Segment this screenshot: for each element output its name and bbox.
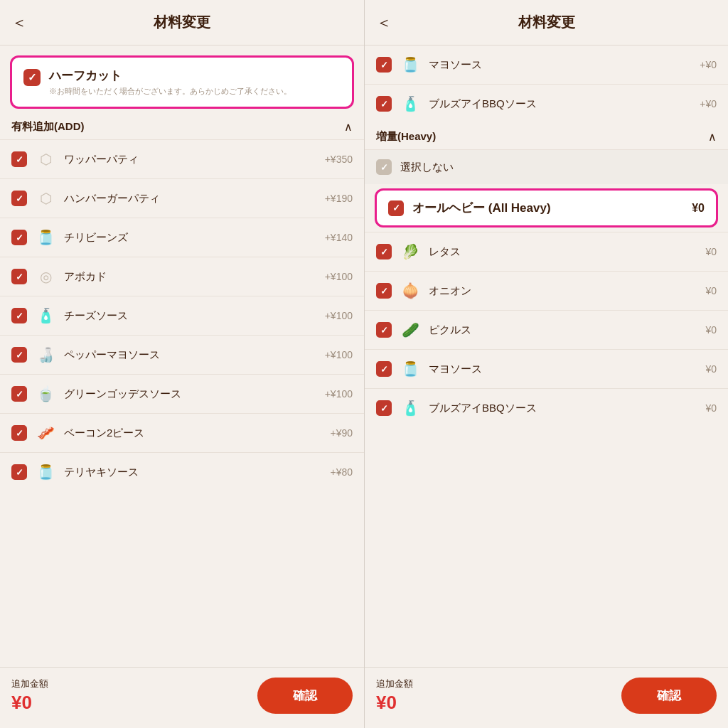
item-checkbox[interactable] [11, 347, 27, 363]
all-heavy-checkbox[interactable] [388, 200, 404, 216]
item-checkbox[interactable] [376, 96, 392, 112]
item-price: ¥0 [705, 324, 717, 336]
item-checkbox[interactable] [376, 57, 392, 73]
all-heavy-item[interactable]: オールヘビー (All Heavy) ¥0 [375, 188, 718, 228]
all-heavy-price: ¥0 [692, 202, 705, 215]
item-icon: 🍵 [36, 384, 55, 404]
list-item[interactable]: 🥬 レタス ¥0 [365, 232, 728, 271]
all-heavy-label: オールヘビー (All Heavy) [412, 200, 683, 216]
list-item[interactable]: 🧴 ブルズアイBBQソース ¥0 [365, 388, 728, 427]
right-panel: ＜ 材料変更 🫙 マヨソース +¥0 🧴 ブルズアイBBQソース +¥0 増量(… [364, 0, 728, 728]
item-label: ペッパーマヨソース [64, 348, 316, 362]
item-price: +¥80 [330, 466, 353, 478]
left-header: ＜ 材料変更 [0, 0, 364, 46]
right-back-button[interactable]: ＜ [376, 12, 392, 33]
item-checkbox[interactable] [11, 464, 27, 480]
item-checkbox[interactable] [376, 283, 392, 299]
item-checkbox[interactable] [11, 151, 27, 167]
item-price: +¥100 [325, 271, 353, 282]
left-menu-list: ⬡ ワッパーパティ +¥350 ⬡ ハンバーガーパティ +¥190 🫙 チリビー… [0, 139, 364, 491]
item-label: チーズソース [64, 309, 316, 323]
list-item[interactable]: 🥒 ピクルス ¥0 [365, 310, 728, 349]
heavy-items-list: 🥬 レタス ¥0 🧅 オニオン ¥0 🥒 ピクルス ¥0 🫙 マヨソース ¥0 [365, 232, 728, 427]
list-item[interactable]: ⬡ ハンバーガーパティ +¥190 [0, 178, 364, 218]
list-item[interactable]: 🧅 オニオン ¥0 [365, 271, 728, 310]
item-checkbox[interactable] [11, 308, 27, 323]
list-item[interactable]: 🫙 チリビーンズ +¥140 [0, 218, 364, 257]
paid-section-chevron: ∧ [344, 120, 353, 134]
item-price: +¥0 [700, 98, 717, 109]
item-price: +¥350 [325, 154, 353, 165]
list-item[interactable]: ⬡ ワッパーパティ +¥350 [0, 139, 364, 178]
item-label: レタス [429, 245, 697, 259]
item-icon: 🧴 [400, 94, 420, 114]
right-confirm-button[interactable]: 確認 [621, 678, 717, 714]
heavy-section-header[interactable]: 増量(Heavy) ∧ [365, 123, 728, 149]
half-cut-item[interactable]: ハーフカット ※お時間をいただく場合がございます。あらかじめご了承ください。 [10, 55, 354, 109]
item-label: アボカド [64, 270, 316, 284]
list-item[interactable]: 🧴 チーズソース +¥100 [0, 296, 364, 335]
item-price: +¥190 [325, 193, 353, 204]
item-label: マヨソース [429, 58, 691, 72]
item-checkbox[interactable] [11, 386, 27, 402]
item-checkbox[interactable] [376, 400, 392, 416]
item-price: ¥0 [705, 363, 717, 375]
right-amount-label: 追加金額 [376, 678, 413, 690]
list-item[interactable]: 🧴 ブルズアイBBQソース +¥0 [365, 84, 728, 123]
left-confirm-button[interactable]: 確認 [257, 678, 353, 714]
item-icon: 🫙 [400, 55, 420, 75]
list-item[interactable]: 🫙 テリヤキソース +¥80 [0, 452, 364, 491]
left-panel: ＜ 材料変更 ハーフカット ※お時間をいただく場合がございます。あらかじめご了承… [0, 0, 364, 728]
item-icon: ⬡ [36, 149, 55, 169]
item-checkbox[interactable] [376, 322, 392, 338]
item-icon: 🧅 [400, 281, 420, 301]
list-item[interactable]: ◎ アボカド +¥100 [0, 257, 364, 296]
item-label: ブルズアイBBQソース [429, 97, 691, 111]
item-label: オニオン [429, 284, 697, 298]
list-item[interactable]: 🫙 マヨソース ¥0 [365, 349, 728, 388]
item-price: +¥100 [325, 388, 353, 400]
item-price: +¥100 [325, 310, 353, 321]
paid-section-title: 有料追加(ADD) [11, 120, 85, 134]
left-back-button[interactable]: ＜ [11, 12, 27, 33]
item-label: ピクルス [429, 323, 697, 337]
list-item[interactable]: 🍶 ペッパーマヨソース +¥100 [0, 335, 364, 374]
half-cut-title: ハーフカット [49, 68, 291, 84]
item-label: テリヤキソース [64, 466, 321, 479]
item-icon: 🧴 [400, 398, 420, 418]
left-amount-label: 追加金額 [11, 678, 48, 690]
select-none-item[interactable]: 選択しない [365, 149, 728, 184]
right-amount: ¥0 [376, 692, 413, 714]
item-icon: 🫙 [36, 228, 55, 247]
select-none-label: 選択しない [400, 161, 717, 174]
item-icon: 🥒 [400, 320, 420, 340]
item-label: マヨソース [429, 363, 697, 376]
paid-section-header[interactable]: 有料追加(ADD) ∧ [0, 113, 364, 139]
item-label: ブルズアイBBQソース [429, 402, 697, 415]
item-icon: 🥬 [400, 242, 420, 262]
item-checkbox[interactable] [376, 244, 392, 259]
item-icon: 🫙 [36, 462, 55, 482]
right-page-title: 材料変更 [518, 13, 575, 32]
half-cut-checkbox[interactable] [23, 69, 41, 86]
right-header: ＜ 材料変更 [365, 0, 728, 46]
item-checkbox[interactable] [11, 230, 27, 245]
item-icon: 🍶 [36, 345, 55, 365]
item-icon: ◎ [36, 267, 55, 287]
item-checkbox[interactable] [11, 191, 27, 206]
left-page-title: 材料変更 [154, 13, 210, 32]
left-content: ハーフカット ※お時間をいただく場合がございます。あらかじめご了承ください。 有… [0, 46, 364, 667]
select-none-checkbox[interactable] [376, 159, 392, 175]
item-checkbox[interactable] [11, 269, 27, 284]
item-price: +¥0 [700, 59, 717, 70]
item-checkbox[interactable] [376, 361, 392, 377]
heavy-section-title: 増量(Heavy) [376, 130, 436, 144]
item-price: +¥140 [325, 232, 353, 243]
list-item[interactable]: 🥓 ベーコン2ピース +¥90 [0, 413, 364, 452]
item-label: チリビーンズ [64, 231, 316, 245]
item-checkbox[interactable] [11, 425, 27, 441]
list-item[interactable]: 🍵 グリーンゴッデスソース +¥100 [0, 374, 364, 413]
item-icon: 🧴 [36, 306, 55, 326]
item-label: ベーコン2ピース [64, 427, 321, 440]
list-item[interactable]: 🫙 マヨソース +¥0 [365, 46, 728, 84]
